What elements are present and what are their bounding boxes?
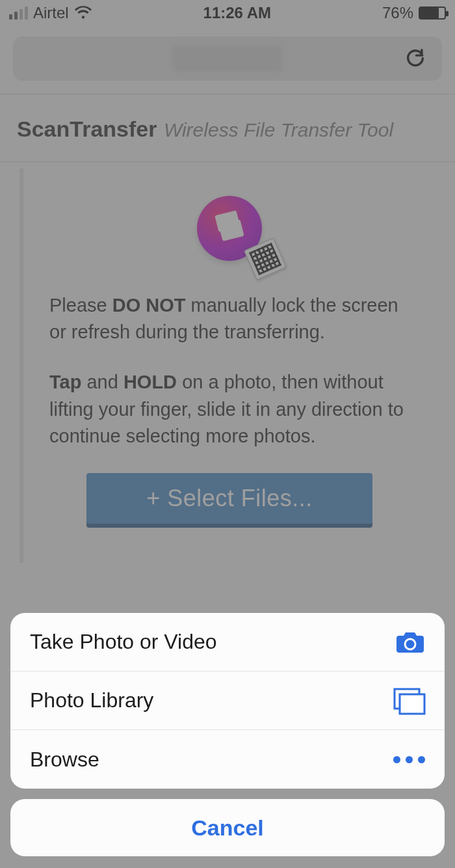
photo-library-label: Photo Library bbox=[30, 688, 153, 712]
browse-option[interactable]: Browse bbox=[10, 730, 445, 789]
cancel-button[interactable]: Cancel bbox=[10, 799, 445, 856]
more-dots-icon bbox=[393, 756, 425, 763]
browse-label: Browse bbox=[30, 748, 99, 772]
photo-library-icon bbox=[393, 687, 425, 714]
take-photo-label: Take Photo or Video bbox=[30, 630, 217, 654]
action-sheet: Take Photo or Video Photo Library Browse bbox=[10, 613, 445, 856]
action-sheet-options: Take Photo or Video Photo Library Browse bbox=[10, 613, 445, 789]
take-photo-option[interactable]: Take Photo or Video bbox=[10, 613, 445, 671]
cancel-label: Cancel bbox=[191, 815, 264, 841]
svg-rect-2 bbox=[400, 694, 424, 714]
photo-library-option[interactable]: Photo Library bbox=[10, 671, 445, 730]
camera-icon bbox=[395, 631, 425, 654]
